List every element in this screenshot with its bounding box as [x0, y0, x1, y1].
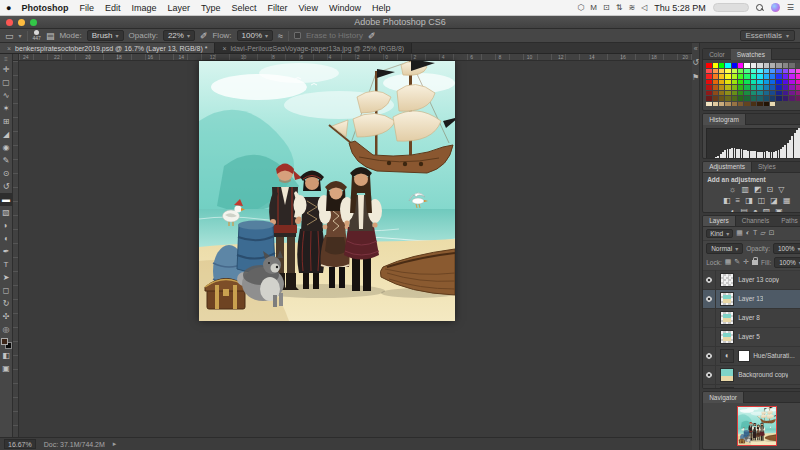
fill-field[interactable]: 100%▾	[774, 257, 800, 268]
layer-row[interactable]: Layer 5	[703, 328, 800, 347]
brightness-contrast-icon[interactable]: ☼	[729, 185, 736, 194]
eraser-tool[interactable]: ▬	[0, 193, 13, 206]
menu-view[interactable]: View	[299, 3, 318, 13]
swatch[interactable]	[738, 74, 743, 79]
swatch[interactable]	[796, 85, 800, 90]
swatch[interactable]	[751, 80, 756, 85]
volume-icon[interactable]: ◁	[641, 3, 647, 12]
tab-navigator[interactable]: Navigator	[703, 392, 744, 403]
swatch[interactable]	[719, 85, 724, 90]
history-panel-icon[interactable]: ↺	[692, 58, 699, 67]
layer-row[interactable]: ◐Hue/Saturati...	[703, 347, 800, 366]
swatch[interactable]	[796, 80, 800, 85]
swatch[interactable]	[757, 80, 762, 85]
swatch[interactable]	[713, 80, 718, 85]
swatch[interactable]	[764, 63, 769, 68]
eraser-tool-icon[interactable]: ▭	[5, 31, 14, 41]
swatch[interactable]	[757, 91, 762, 96]
pen-pressure-icon[interactable]: ✐	[368, 31, 376, 41]
zoom-level-field[interactable]: 16.67%	[4, 439, 36, 449]
swatch[interactable]	[719, 102, 724, 107]
menu-select[interactable]: Select	[232, 3, 257, 13]
swatch[interactable]	[751, 102, 756, 107]
display-icon[interactable]: ⊡	[603, 3, 610, 12]
menu-image[interactable]: Image	[131, 3, 156, 13]
swatch[interactable]	[789, 74, 794, 79]
gradient-map-icon[interactable]: ▨	[763, 207, 771, 213]
collapse-dock-icon[interactable]: «	[694, 45, 698, 52]
swatch[interactable]	[719, 91, 724, 96]
swatch[interactable]	[757, 63, 762, 68]
swatch[interactable]	[789, 85, 794, 90]
swatch[interactable]	[713, 85, 718, 90]
spotlight-icon[interactable]	[756, 4, 764, 12]
filter-adjustment-layers-icon[interactable]: ◐	[746, 229, 750, 237]
status-options-arrow-icon[interactable]: ▸	[113, 440, 117, 448]
swatch[interactable]	[744, 80, 749, 85]
swatch[interactable]	[725, 69, 730, 74]
lock-all-icon[interactable]	[752, 260, 758, 265]
move-tool[interactable]: ✛	[0, 63, 13, 76]
swatch[interactable]	[764, 85, 769, 90]
invert-icon[interactable]: ◐	[731, 207, 736, 213]
dropbox-icon[interactable]: ⬡	[577, 3, 584, 12]
swatch[interactable]	[725, 63, 730, 68]
swatch[interactable]	[706, 63, 711, 68]
swatch[interactable]	[770, 102, 775, 107]
tab-adjustments[interactable]: Adjustments	[703, 161, 752, 172]
swatch[interactable]	[751, 91, 756, 96]
menu-help[interactable]: Help	[372, 3, 391, 13]
tab-layers[interactable]: Layers	[703, 215, 736, 226]
swatch[interactable]	[744, 74, 749, 79]
notification-center-icon[interactable]: ☰	[787, 3, 794, 12]
brush-preset-picker[interactable]: 447	[33, 30, 41, 41]
swatch[interactable]	[732, 63, 737, 68]
swatch[interactable]	[732, 91, 737, 96]
horizontal-ruler[interactable]: 2422201816141210864202468101214161820	[19, 54, 692, 61]
swatch[interactable]	[725, 102, 730, 107]
menu-edit[interactable]: Edit	[105, 3, 121, 13]
swatch[interactable]	[725, 91, 730, 96]
menu-photoshop[interactable]: Photoshop	[21, 3, 68, 13]
swatch[interactable]	[706, 69, 711, 74]
swatch[interactable]	[783, 96, 788, 101]
swatch[interactable]	[713, 102, 718, 107]
screen-mode-button[interactable]: ▣	[0, 362, 13, 375]
swatch[interactable]	[719, 74, 724, 79]
layer-opacity-field[interactable]: 100%▾	[773, 243, 800, 254]
swatch[interactable]	[738, 85, 743, 90]
rotate-view-tool[interactable]: ↻	[0, 297, 13, 310]
erase-to-history-checkbox[interactable]	[294, 32, 301, 39]
flow-field[interactable]: 100%▾	[237, 30, 273, 41]
swatch[interactable]	[776, 85, 781, 90]
menu-file[interactable]: File	[79, 3, 94, 13]
swatch[interactable]	[738, 63, 743, 68]
swatch[interactable]	[789, 80, 794, 85]
layer-row[interactable]: Layer 13	[703, 290, 800, 309]
swatch[interactable]	[732, 85, 737, 90]
brush-tool[interactable]: ✎	[0, 154, 13, 167]
new-swatch-icon[interactable]: ⊞	[793, 110, 799, 111]
pen-pressure-icon[interactable]: ✐	[200, 31, 208, 41]
swatch[interactable]	[776, 80, 781, 85]
swatch[interactable]	[713, 96, 718, 101]
swatch[interactable]	[796, 63, 800, 68]
swatch[interactable]	[713, 74, 718, 79]
type-tool[interactable]: T	[0, 258, 13, 271]
curves-icon[interactable]: ◩	[754, 185, 762, 194]
swatch[interactable]	[770, 74, 775, 79]
swatch[interactable]	[776, 96, 781, 101]
swatch[interactable]	[751, 69, 756, 74]
threshold-icon[interactable]: ◓	[753, 207, 758, 213]
visibility-toggle[interactable]	[703, 365, 716, 384]
layer-row[interactable]: Layer 13 copy	[703, 271, 800, 290]
swatch[interactable]	[719, 96, 724, 101]
exposure-icon[interactable]: ⊡	[767, 185, 774, 194]
swatch[interactable]	[751, 96, 756, 101]
menu-filter[interactable]: Filter	[268, 3, 288, 13]
brush-panel-toggle-icon[interactable]: ▤	[46, 31, 55, 41]
swatch[interactable]	[770, 63, 775, 68]
swatch[interactable]	[776, 63, 781, 68]
layer-row[interactable]: Background copy	[703, 366, 800, 385]
color-balance-icon[interactable]: ≡	[736, 196, 741, 205]
